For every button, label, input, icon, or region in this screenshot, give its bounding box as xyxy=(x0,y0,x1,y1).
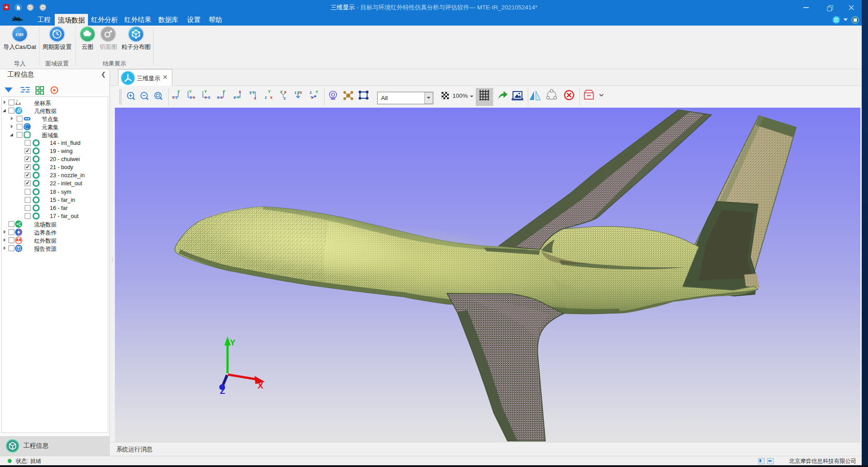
svg-text:z: z xyxy=(15,102,17,106)
svg-text:Y: Y xyxy=(316,90,318,94)
svg-text:Y: Y xyxy=(252,91,255,95)
svg-text:x: x xyxy=(172,95,175,100)
svg-text:z: z xyxy=(284,96,286,100)
svg-text:All: All xyxy=(381,95,388,101)
svg-text:Y: Y xyxy=(268,89,271,94)
svg-text:z: z xyxy=(250,91,252,95)
svg-text:Y: Y xyxy=(204,89,207,94)
svg-text:Y: Y xyxy=(223,89,225,94)
svg-text:100%: 100% xyxy=(452,92,468,99)
svg-text:z: z xyxy=(310,90,312,95)
svg-text:x: x xyxy=(270,95,272,100)
svg-text:Y: Y xyxy=(177,89,180,94)
svg-text:X: X xyxy=(258,381,263,390)
svg-text:z: z xyxy=(175,95,178,100)
svg-text:Y: Y xyxy=(230,338,236,347)
svg-text:z: z xyxy=(265,95,267,100)
svg-text:Z: Z xyxy=(220,386,225,396)
svg-text:Y: Y xyxy=(189,89,192,94)
svg-text:z: z xyxy=(294,90,297,95)
svg-text:x: x xyxy=(300,90,302,95)
